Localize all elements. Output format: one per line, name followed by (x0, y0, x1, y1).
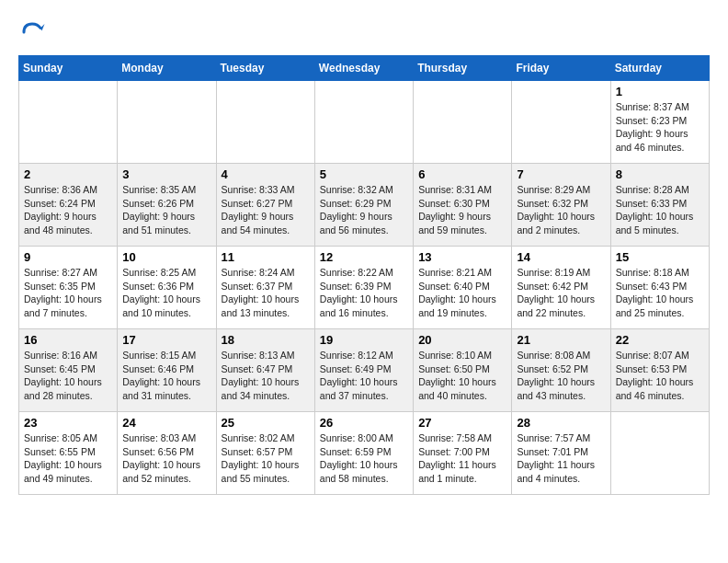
day-info: Sunrise: 7:57 AM Sunset: 7:01 PM Dayligh… (517, 431, 605, 486)
calendar-cell (19, 81, 118, 164)
calendar-cell: 23Sunrise: 8:05 AM Sunset: 6:55 PM Dayli… (19, 412, 118, 495)
page-header (18, 18, 710, 46)
calendar-header-monday: Monday (118, 56, 216, 81)
calendar-cell (414, 81, 512, 164)
day-info: Sunrise: 8:13 AM Sunset: 6:47 PM Dayligh… (222, 349, 310, 403)
calendar-cell: 1Sunrise: 8:37 AM Sunset: 6:23 PM Daylig… (610, 81, 709, 164)
calendar-cell: 4Sunrise: 8:33 AM Sunset: 6:27 PM Daylig… (216, 164, 314, 247)
calendar-header-saturday: Saturday (610, 56, 709, 81)
day-info: Sunrise: 8:19 AM Sunset: 6:42 PM Dayligh… (517, 266, 605, 320)
calendar-cell: 13Sunrise: 8:21 AM Sunset: 6:40 PM Dayli… (414, 247, 512, 329)
calendar-cell: 6Sunrise: 8:31 AM Sunset: 6:30 PM Daylig… (414, 164, 512, 247)
calendar-cell: 25Sunrise: 8:02 AM Sunset: 6:57 PM Dayli… (216, 412, 314, 495)
calendar-cell: 8Sunrise: 8:28 AM Sunset: 6:33 PM Daylig… (610, 164, 709, 247)
day-info: Sunrise: 8:27 AM Sunset: 6:35 PM Dayligh… (24, 266, 112, 320)
calendar-cell: 18Sunrise: 8:13 AM Sunset: 6:47 PM Dayli… (216, 329, 314, 412)
day-number: 3 (122, 167, 210, 181)
day-info: Sunrise: 8:22 AM Sunset: 6:39 PM Dayligh… (320, 266, 408, 320)
day-info: Sunrise: 8:25 AM Sunset: 6:36 PM Dayligh… (122, 266, 210, 320)
day-number: 23 (24, 416, 112, 430)
calendar-week-4: 16Sunrise: 8:16 AM Sunset: 6:45 PM Dayli… (19, 329, 710, 412)
day-info: Sunrise: 8:35 AM Sunset: 6:26 PM Dayligh… (122, 183, 210, 237)
calendar-header-row: SundayMondayTuesdayWednesdayThursdayFrid… (19, 56, 710, 81)
day-number: 17 (122, 333, 210, 347)
calendar-header-thursday: Thursday (414, 56, 512, 81)
day-info: Sunrise: 8:28 AM Sunset: 6:33 PM Dayligh… (616, 183, 704, 237)
calendar-cell: 5Sunrise: 8:32 AM Sunset: 6:29 PM Daylig… (314, 164, 413, 247)
day-number: 27 (418, 416, 506, 430)
day-number: 25 (222, 416, 310, 430)
day-info: Sunrise: 8:29 AM Sunset: 6:32 PM Dayligh… (517, 183, 605, 237)
calendar-cell: 17Sunrise: 8:15 AM Sunset: 6:46 PM Dayli… (118, 329, 216, 412)
logo (18, 18, 50, 46)
day-info: Sunrise: 8:31 AM Sunset: 6:30 PM Dayligh… (418, 183, 506, 237)
day-number: 15 (616, 250, 704, 264)
calendar-cell: 11Sunrise: 8:24 AM Sunset: 6:37 PM Dayli… (216, 247, 314, 329)
calendar-cell: 22Sunrise: 8:07 AM Sunset: 6:53 PM Dayli… (610, 329, 709, 412)
day-number: 18 (222, 333, 310, 347)
calendar-cell: 2Sunrise: 8:36 AM Sunset: 6:24 PM Daylig… (19, 164, 118, 247)
day-info: Sunrise: 8:08 AM Sunset: 6:52 PM Dayligh… (517, 349, 605, 403)
day-number: 19 (320, 333, 408, 347)
day-info: Sunrise: 8:07 AM Sunset: 6:53 PM Dayligh… (616, 349, 704, 403)
day-number: 24 (122, 416, 210, 430)
day-info: Sunrise: 8:02 AM Sunset: 6:57 PM Dayligh… (222, 431, 310, 486)
day-info: Sunrise: 8:37 AM Sunset: 6:23 PM Dayligh… (616, 100, 704, 155)
calendar-week-2: 2Sunrise: 8:36 AM Sunset: 6:24 PM Daylig… (19, 164, 710, 247)
logo-icon (18, 18, 46, 46)
calendar-cell: 26Sunrise: 8:00 AM Sunset: 6:59 PM Dayli… (314, 412, 413, 495)
calendar-table: SundayMondayTuesdayWednesdayThursdayFrid… (18, 55, 710, 495)
day-info: Sunrise: 8:12 AM Sunset: 6:49 PM Dayligh… (320, 349, 408, 403)
calendar-cell: 28Sunrise: 7:57 AM Sunset: 7:01 PM Dayli… (512, 412, 610, 495)
calendar-cell: 15Sunrise: 8:18 AM Sunset: 6:43 PM Dayli… (610, 247, 709, 329)
day-number: 20 (418, 333, 506, 347)
calendar-cell: 9Sunrise: 8:27 AM Sunset: 6:35 PM Daylig… (19, 247, 118, 329)
day-info: Sunrise: 8:16 AM Sunset: 6:45 PM Dayligh… (24, 349, 112, 403)
day-info: Sunrise: 8:00 AM Sunset: 6:59 PM Dayligh… (320, 431, 408, 486)
day-number: 4 (222, 167, 310, 181)
calendar-cell: 14Sunrise: 8:19 AM Sunset: 6:42 PM Dayli… (512, 247, 610, 329)
day-number: 6 (418, 167, 506, 181)
calendar-cell: 3Sunrise: 8:35 AM Sunset: 6:26 PM Daylig… (118, 164, 216, 247)
day-number: 14 (517, 250, 605, 264)
calendar-cell: 7Sunrise: 8:29 AM Sunset: 6:32 PM Daylig… (512, 164, 610, 247)
day-info: Sunrise: 7:58 AM Sunset: 7:00 PM Dayligh… (418, 431, 506, 486)
day-info: Sunrise: 8:05 AM Sunset: 6:55 PM Dayligh… (24, 431, 112, 486)
calendar-cell (314, 81, 413, 164)
day-info: Sunrise: 8:10 AM Sunset: 6:50 PM Dayligh… (418, 349, 506, 403)
calendar-cell (512, 81, 610, 164)
calendar-header-friday: Friday (512, 56, 610, 81)
day-info: Sunrise: 8:18 AM Sunset: 6:43 PM Dayligh… (616, 266, 704, 320)
day-info: Sunrise: 8:24 AM Sunset: 6:37 PM Dayligh… (222, 266, 310, 320)
day-number: 8 (616, 167, 704, 181)
calendar-header-tuesday: Tuesday (216, 56, 314, 81)
day-number: 9 (24, 250, 112, 264)
calendar-cell: 27Sunrise: 7:58 AM Sunset: 7:00 PM Dayli… (414, 412, 512, 495)
calendar-header-wednesday: Wednesday (314, 56, 413, 81)
day-number: 7 (517, 167, 605, 181)
day-number: 10 (122, 250, 210, 264)
day-number: 21 (517, 333, 605, 347)
calendar-cell: 21Sunrise: 8:08 AM Sunset: 6:52 PM Dayli… (512, 329, 610, 412)
calendar-cell (216, 81, 314, 164)
day-number: 13 (418, 250, 506, 264)
calendar-cell: 10Sunrise: 8:25 AM Sunset: 6:36 PM Dayli… (118, 247, 216, 329)
day-number: 28 (517, 416, 605, 430)
day-number: 11 (222, 250, 310, 264)
day-info: Sunrise: 8:03 AM Sunset: 6:56 PM Dayligh… (122, 431, 210, 486)
calendar-week-1: 1Sunrise: 8:37 AM Sunset: 6:23 PM Daylig… (19, 81, 710, 164)
day-number: 26 (320, 416, 408, 430)
day-number: 5 (320, 167, 408, 181)
day-number: 2 (24, 167, 112, 181)
day-number: 16 (24, 333, 112, 347)
calendar-cell: 19Sunrise: 8:12 AM Sunset: 6:49 PM Dayli… (314, 329, 413, 412)
day-info: Sunrise: 8:15 AM Sunset: 6:46 PM Dayligh… (122, 349, 210, 403)
calendar-cell: 24Sunrise: 8:03 AM Sunset: 6:56 PM Dayli… (118, 412, 216, 495)
calendar-cell (610, 412, 709, 495)
day-number: 22 (616, 333, 704, 347)
calendar-cell: 20Sunrise: 8:10 AM Sunset: 6:50 PM Dayli… (414, 329, 512, 412)
calendar-week-3: 9Sunrise: 8:27 AM Sunset: 6:35 PM Daylig… (19, 247, 710, 329)
calendar-cell (118, 81, 216, 164)
day-info: Sunrise: 8:36 AM Sunset: 6:24 PM Dayligh… (24, 183, 112, 237)
day-info: Sunrise: 8:33 AM Sunset: 6:27 PM Dayligh… (222, 183, 310, 237)
